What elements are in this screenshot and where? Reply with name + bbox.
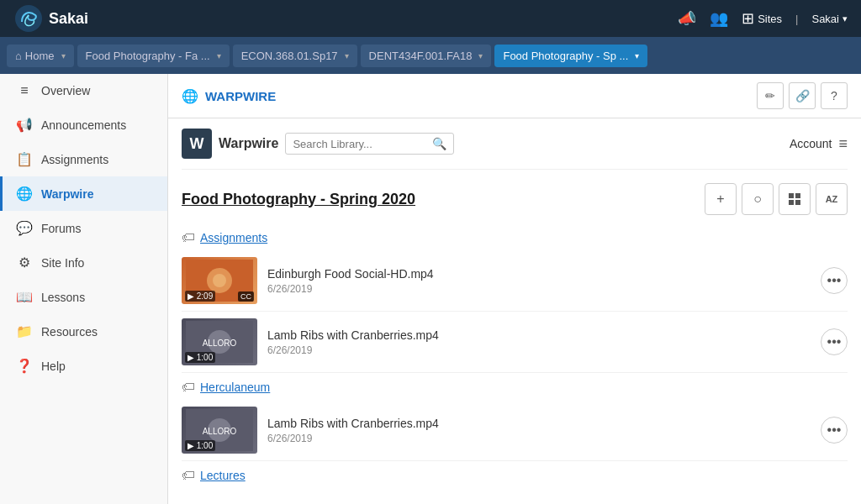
tab-dropdown-arrow: ▾ (635, 51, 639, 60)
warpwire-actions: ✏ 🔗 ? (757, 82, 848, 109)
tag-icon: 🏷 (182, 468, 195, 483)
home-icon: ⌂ (15, 50, 22, 62)
grid-view-button[interactable] (779, 183, 811, 215)
svg-point-7 (213, 274, 226, 287)
video-date: 6/26/2019 (267, 433, 811, 444)
sidebar-item-overview[interactable]: ≡ Overview (0, 74, 167, 108)
sidebar: ≡ Overview 📢 Announcements 📋 Assignments… (0, 74, 168, 504)
video-title[interactable]: Edinburgh Food Social-HD.mp4 (267, 267, 811, 281)
warpwire-edit-button[interactable]: ✏ (757, 82, 784, 109)
search-input[interactable] (293, 138, 427, 150)
video-item: ALLORO ▶ 1:00 Lamb Ribs with Cranberries… (182, 312, 848, 373)
duration-badge: ▶ 1:00 (185, 440, 215, 451)
video-thumbnail[interactable]: ALLORO ▶ 1:00 (182, 318, 257, 365)
video-title[interactable]: Lamb Ribs with Cranberries.mp4 (267, 328, 811, 342)
assignments-icon: 📋 (16, 151, 33, 167)
warpwire-globe-icon: 🌐 (182, 88, 198, 104)
megaphone-icon[interactable]: 📣 (678, 9, 696, 28)
tab-bar: ⌂Home▾Food Photography - Fa ...▾ECON.368… (0, 37, 861, 74)
layout: ≡ Overview 📢 Announcements 📋 Assignments… (0, 74, 861, 504)
sidebar-item-warpwire[interactable]: 🌐 Warpwire (0, 176, 167, 211)
user-dropdown-icon: ▾ (843, 13, 848, 24)
collection-tag-assignments: 🏷 Assignments (182, 223, 848, 250)
sidebar-item-assignments[interactable]: 📋 Assignments (0, 142, 167, 176)
tab-dropdown-arrow: ▾ (478, 51, 483, 60)
video-title[interactable]: Lamb Ribs with Cranberries.mp4 (267, 417, 811, 430)
site-info-icon: ⚙ (16, 255, 33, 270)
tag-icon: 🏷 (182, 380, 195, 395)
tab-food-photo-fa[interactable]: Food Photography - Fa ...▾ (77, 45, 230, 67)
announcements-icon: 📢 (16, 117, 33, 133)
sites-button[interactable]: ⊞ Sites (742, 9, 782, 28)
search-icon: 🔍 (432, 137, 446, 150)
svg-text:ALLORO: ALLORO (203, 339, 237, 348)
video-item: ALLORO ▶ 1:00 Lamb Ribs with Cranberries… (182, 400, 848, 461)
add-button[interactable]: + (705, 183, 737, 215)
duration-badge: ▶ 1:00 (185, 352, 215, 363)
people-icon[interactable]: 👥 (710, 9, 728, 28)
warpwire-header-bar: 🌐 WARPWIRE ✏ 🔗 ? (168, 74, 861, 118)
sidebar-item-lessons[interactable]: 📖 Lessons (0, 280, 167, 314)
account-label[interactable]: Account (790, 137, 832, 150)
library-actions: + ○ AZ (705, 183, 848, 215)
svg-text:ALLORO: ALLORO (203, 427, 237, 436)
cc-badge: CC (238, 291, 254, 302)
svg-rect-4 (795, 200, 800, 205)
warpwire-logo: W (182, 129, 212, 159)
video-more-button[interactable]: ••• (821, 328, 848, 355)
collection-tag-lectures: 🏷 Lectures (182, 461, 848, 488)
warpwire-link-button[interactable]: 🔗 (789, 82, 816, 109)
main-content: 🌐 WARPWIRE ✏ 🔗 ? W Warpwire (168, 74, 861, 504)
warpwire-brand-name: Warpwire (219, 136, 278, 151)
forums-icon: 💬 (16, 220, 33, 236)
video-thumbnail[interactable]: ▶ 2:09 CC (182, 257, 257, 304)
collection-label-lectures[interactable]: Lectures (200, 469, 246, 482)
warpwire-toolbar: W Warpwire 🔍 Account ≡ (182, 118, 848, 170)
top-nav: Sakai 📣 👥 ⊞ Sites | Sakai ▾ (0, 0, 861, 37)
video-info: Edinburgh Food Social-HD.mp4 6/26/2019 (267, 267, 811, 295)
sidebar-item-resources[interactable]: 📁 Resources (0, 314, 167, 349)
tag-icon: 🏷 (182, 230, 195, 245)
tab-dent[interactable]: DENT434F.001.FA18▾ (361, 45, 492, 67)
tab-dropdown-arrow: ▾ (61, 51, 66, 60)
collection-label-assignments[interactable]: Assignments (200, 231, 267, 244)
tab-home[interactable]: ⌂Home▾ (7, 45, 74, 67)
warpwire-account-area: Account ≡ (790, 135, 848, 153)
collection-label-herculaneum[interactable]: Herculaneum (200, 381, 270, 394)
duration-badge: ▶ 2:09 (185, 291, 215, 302)
tab-dropdown-arrow: ▾ (217, 51, 221, 60)
hamburger-icon[interactable]: ≡ (838, 135, 848, 153)
top-nav-right: 📣 👥 ⊞ Sites | Sakai ▾ (678, 9, 848, 28)
video-more-button[interactable]: ••• (821, 417, 848, 444)
video-more-button[interactable]: ••• (821, 267, 848, 294)
library-title-row: Food Photography - Spring 2020 + ○ AZ (182, 170, 848, 223)
collections-container: 🏷 Assignments ▶ 2:09 CC Edinburgh Food S… (182, 223, 848, 488)
warpwire-icon: 🌐 (16, 186, 33, 202)
search-bar: 🔍 (285, 133, 454, 155)
tab-econ[interactable]: ECON.368.01.Sp17▾ (233, 45, 357, 67)
video-info: Lamb Ribs with Cranberries.mp4 6/26/2019 (267, 328, 811, 356)
collection-tag-herculaneum: 🏷 Herculaneum (182, 373, 848, 400)
circle-view-button[interactable]: ○ (742, 183, 774, 215)
video-item: ▶ 2:09 CC Edinburgh Food Social-HD.mp4 6… (182, 250, 848, 312)
video-info: Lamb Ribs with Cranberries.mp4 6/26/2019 (267, 417, 811, 444)
video-thumbnail[interactable]: ALLORO ▶ 1:00 (182, 407, 257, 454)
library-title[interactable]: Food Photography - Spring 2020 (182, 191, 415, 208)
user-menu[interactable]: Sakai ▾ (811, 13, 848, 25)
sidebar-item-site-info[interactable]: ⚙ Site Info (0, 245, 167, 280)
sakai-logo[interactable]: Sakai (13, 3, 88, 34)
sidebar-item-announcements[interactable]: 📢 Announcements (0, 108, 167, 142)
svg-rect-3 (789, 200, 794, 205)
warpwire-brand: W Warpwire 🔍 (182, 129, 454, 159)
help-icon: ❓ (16, 358, 33, 374)
warpwire-inner: W Warpwire 🔍 Account ≡ Food Photography … (168, 118, 861, 501)
sort-az-button[interactable]: AZ (816, 183, 848, 215)
tab-dropdown-arrow: ▾ (345, 51, 349, 60)
sidebar-item-help[interactable]: ❓ Help (0, 349, 167, 383)
overview-icon: ≡ (16, 83, 33, 98)
warpwire-help-button[interactable]: ? (821, 82, 848, 109)
video-date: 6/26/2019 (267, 344, 811, 356)
tab-food-photo-sp[interactable]: Food Photography - Sp ...▾ (494, 45, 647, 67)
resources-icon: 📁 (16, 323, 33, 339)
sidebar-item-forums[interactable]: 💬 Forums (0, 211, 167, 245)
